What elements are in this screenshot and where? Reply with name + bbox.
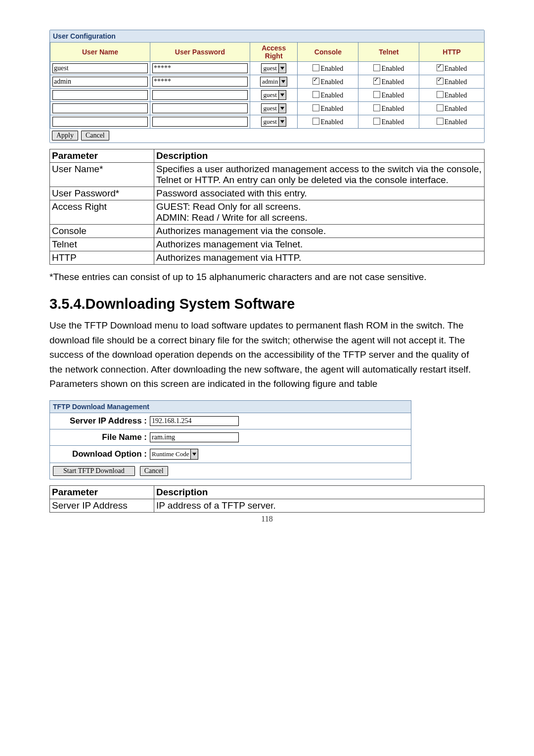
label-download-option: Download Option :: [53, 449, 147, 459]
access-right-select[interactable]: guest: [261, 63, 286, 73]
tftp-download-panel: TFTP Download Management Server IP Addre…: [49, 400, 411, 479]
http-checkbox-label: Enabled: [445, 65, 467, 72]
telnet-checkbox-label: Enabled: [381, 92, 404, 99]
http-checkbox-label: Enabled: [445, 78, 467, 86]
table-row: Access RightGUEST: Read Only for all scr…: [50, 200, 485, 225]
table-row: Server IP AddressIP address of a TFTP se…: [50, 499, 485, 512]
user-config-row: guestEnabledEnabledEnabled: [50, 62, 485, 75]
telnet-checkbox[interactable]: [373, 78, 380, 85]
param-cell: Telnet: [50, 238, 154, 251]
access-right-select[interactable]: guest: [261, 117, 286, 127]
access-right-select[interactable]: guest: [261, 103, 286, 113]
table-row: HTTPAuthorizes management via HTTP.: [50, 251, 485, 265]
desc-cell: GUEST: Read Only for all screens. ADMIN:…: [154, 200, 484, 225]
access-right-select[interactable]: admin: [260, 77, 288, 87]
console-checkbox-label: Enabled: [320, 105, 343, 112]
table-row: User Name*Specifies a user authorized ma…: [50, 163, 485, 187]
desc-cell: Password associated with this entry.: [154, 187, 484, 200]
cell-console: Enabled: [298, 62, 358, 75]
telnet-checkbox-label: Enabled: [381, 65, 404, 72]
access-right-value: guest: [262, 104, 278, 112]
download-option-value: Runtime Code: [150, 450, 190, 458]
telnet-checkbox-label: Enabled: [381, 118, 404, 126]
http-checkbox[interactable]: [437, 64, 444, 71]
tftp-cancel-button[interactable]: Cancel: [140, 466, 168, 476]
console-checkbox[interactable]: [312, 91, 319, 98]
cell-telnet: Enabled: [358, 75, 419, 89]
cell-user-name: [50, 89, 150, 102]
pd2-hdr-desc: Description: [154, 485, 484, 499]
console-checkbox[interactable]: [312, 78, 319, 85]
desc-cell: Authorizes management via the console.: [154, 225, 484, 238]
user-configuration-title: User Configuration: [50, 30, 484, 42]
user-config-row: guestEnabledEnabledEnabled: [50, 89, 485, 102]
user-password-field[interactable]: [152, 117, 248, 127]
telnet-checkbox-label: Enabled: [381, 105, 404, 112]
chevron-down-icon: [278, 104, 286, 113]
telnet-checkbox[interactable]: [373, 64, 380, 71]
console-checkbox[interactable]: [312, 104, 319, 111]
user-name-field[interactable]: [52, 63, 148, 73]
http-checkbox-label: Enabled: [445, 105, 467, 112]
svg-marker-4: [280, 120, 284, 123]
footnote-asterisk: *These entries can consist of up to 15 a…: [49, 270, 485, 284]
tftp-title: TFTP Download Management: [50, 401, 411, 413]
table-row: ConsoleAuthorizes management via the con…: [50, 225, 485, 238]
user-name-field[interactable]: [52, 103, 148, 113]
user-name-field[interactable]: [52, 117, 148, 127]
chevron-down-icon: [279, 77, 287, 86]
cell-console: Enabled: [298, 115, 358, 129]
hdr-telnet: Telnet: [358, 43, 419, 62]
console-checkbox-label: Enabled: [320, 92, 343, 99]
param-cell: User Name*: [50, 163, 154, 187]
user-name-field[interactable]: [52, 77, 148, 87]
file-name-field[interactable]: [150, 432, 239, 442]
download-option-select[interactable]: Runtime Code: [150, 449, 198, 460]
telnet-checkbox[interactable]: [373, 118, 380, 125]
user-password-field[interactable]: [152, 77, 248, 87]
access-right-select[interactable]: guest: [261, 90, 286, 100]
svg-marker-2: [280, 94, 284, 96]
start-tftp-download-button[interactable]: Start TFTP Download: [53, 466, 135, 476]
access-right-value: admin: [261, 78, 280, 86]
hdr-user-password: User Password: [150, 43, 250, 62]
telnet-checkbox[interactable]: [373, 91, 380, 98]
page-number: 118: [49, 515, 485, 523]
http-checkbox[interactable]: [437, 104, 444, 111]
hdr-http: HTTP: [419, 43, 485, 62]
http-checkbox[interactable]: [437, 118, 444, 125]
desc-cell: IP address of a TFTP server.: [154, 499, 484, 512]
label-file-name: File Name :: [53, 432, 147, 442]
section-heading: 3.5.4.Downloading System Software: [49, 296, 485, 312]
cell-user-name: [50, 62, 150, 75]
user-name-field[interactable]: [52, 90, 148, 100]
cell-http: Enabled: [419, 115, 485, 129]
access-right-value: guest: [262, 118, 278, 126]
console-checkbox-label: Enabled: [320, 65, 343, 72]
user-password-field[interactable]: [152, 63, 248, 73]
cell-user-name: [50, 75, 150, 89]
console-checkbox[interactable]: [312, 64, 319, 71]
cell-user-password: [150, 89, 250, 102]
cell-telnet: Enabled: [358, 102, 419, 115]
cell-user-password: [150, 115, 250, 129]
user-password-field[interactable]: [152, 103, 248, 113]
param-cell: Console: [50, 225, 154, 238]
parameter-table-user-config: Parameter Description User Name*Specifie…: [49, 149, 485, 265]
user-password-field[interactable]: [152, 90, 248, 100]
cell-telnet: Enabled: [358, 89, 419, 102]
server-ip-field[interactable]: [150, 416, 239, 426]
cell-access-right: guest: [250, 102, 298, 115]
telnet-checkbox[interactable]: [373, 104, 380, 111]
cell-access-right: guest: [250, 115, 298, 129]
cancel-button[interactable]: Cancel: [81, 131, 109, 141]
desc-cell: Authorizes management via Telnet.: [154, 238, 484, 251]
console-checkbox[interactable]: [312, 118, 319, 125]
param-cell: Access Right: [50, 200, 154, 225]
http-checkbox[interactable]: [437, 78, 444, 85]
desc-cell: Specifies a user authorized management a…: [154, 163, 484, 187]
access-right-value: guest: [262, 91, 278, 99]
apply-button[interactable]: Apply: [52, 131, 78, 141]
http-checkbox[interactable]: [437, 91, 444, 98]
cell-http: Enabled: [419, 75, 485, 89]
